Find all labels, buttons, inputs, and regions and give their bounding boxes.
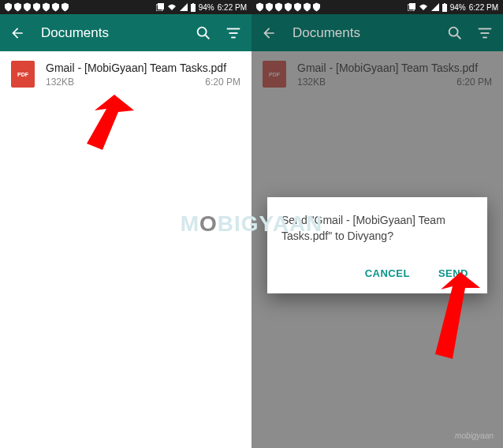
status-bar: 94% 6:22 PM <box>251 0 503 14</box>
signal-icon <box>431 3 439 11</box>
svg-rect-2 <box>191 4 196 12</box>
battery-percent: 94% <box>450 3 466 12</box>
cancel-button[interactable]: CANCEL <box>360 264 415 282</box>
pdf-file-icon <box>11 61 35 88</box>
document-time: 6:20 PM <box>205 77 240 88</box>
filter-icon[interactable] <box>225 24 242 42</box>
clock-time: 6:22 PM <box>469 3 498 12</box>
battery-percent: 94% <box>199 3 214 12</box>
svg-rect-11 <box>409 3 415 9</box>
svg-point-14 <box>449 27 458 35</box>
document-item[interactable]: Gmail - [MobiGyaan] Team Tasks.pdf 132KB… <box>0 51 251 97</box>
document-name: Gmail - [MobiGyaan] Team Tasks.pdf <box>46 61 240 75</box>
svg-rect-1 <box>158 3 164 9</box>
svg-rect-12 <box>442 4 447 12</box>
battery-icon <box>191 3 196 12</box>
signal-icon <box>180 3 188 11</box>
wifi-icon <box>167 3 177 11</box>
svg-line-5 <box>206 35 210 39</box>
dialog-message: Send "Gmail - [MobiGyaan] Team Tasks.pdf… <box>281 213 473 244</box>
svg-rect-3 <box>192 3 194 4</box>
page-title: Documents <box>41 25 182 41</box>
svg-marker-9 <box>87 95 134 150</box>
wifi-icon <box>419 3 428 11</box>
annotation-arrow-icon <box>71 95 134 150</box>
battery-icon <box>442 3 447 12</box>
svg-point-4 <box>198 27 207 35</box>
svg-rect-13 <box>444 3 445 4</box>
screenshot-icon <box>156 3 164 11</box>
back-arrow-icon[interactable] <box>261 25 277 41</box>
status-shield-icons <box>256 2 320 12</box>
screenshot-icon <box>408 3 415 11</box>
annotation-arrow-icon <box>421 272 484 359</box>
back-arrow-icon[interactable] <box>9 25 25 41</box>
screen-documents-list: 94% 6:22 PM Documents Gmail - [MobiGyaan… <box>0 0 251 448</box>
filter-icon[interactable] <box>476 24 494 42</box>
page-title: Documents <box>292 25 434 41</box>
watermark-corner: mobigyaan <box>455 431 494 440</box>
clock-time: 6:22 PM <box>218 3 247 12</box>
app-bar: Documents <box>0 14 251 51</box>
svg-line-15 <box>457 35 461 39</box>
document-size: 132KB <box>46 77 74 88</box>
search-icon[interactable] <box>446 24 464 42</box>
svg-marker-19 <box>435 272 480 359</box>
app-bar: Documents <box>251 14 503 51</box>
status-shield-icons <box>5 2 69 12</box>
search-icon[interactable] <box>195 24 212 42</box>
status-bar: 94% 6:22 PM <box>0 0 251 14</box>
screen-send-dialog: 94% 6:22 PM Documents Gmail - [MobiGyaan… <box>251 0 503 448</box>
